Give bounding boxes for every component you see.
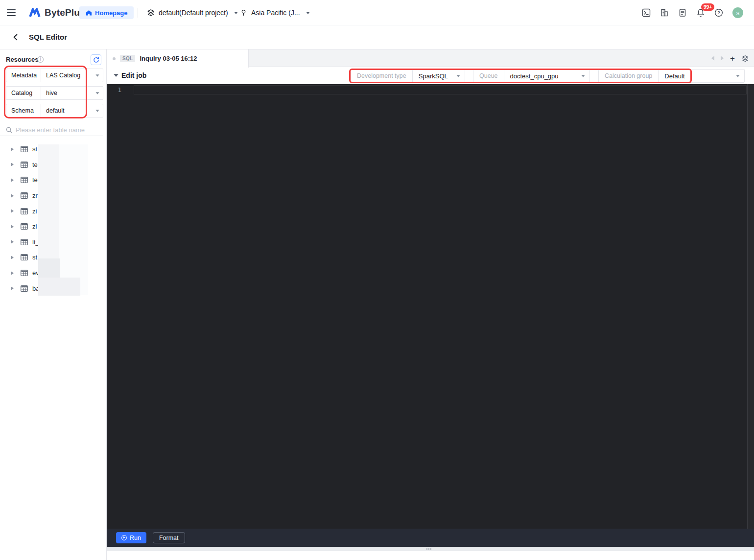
- table-icon: [21, 254, 28, 260]
- table-name: st: [32, 254, 37, 261]
- expand-arrow-icon[interactable]: [11, 178, 14, 182]
- expand-arrow-icon[interactable]: [11, 163, 14, 166]
- chevron-down-icon: [95, 74, 99, 77]
- chevron-down-icon: [306, 12, 310, 14]
- tab-controls: +: [711, 49, 749, 67]
- catalog-select-value: hive: [41, 90, 94, 96]
- queue-value: doctest_cpu_gpu: [504, 72, 579, 80]
- development-type-value: SparkSQL: [413, 72, 454, 80]
- region-selector[interactable]: Asia Pacific (J...: [240, 0, 310, 25]
- redaction-overlay: [38, 278, 80, 296]
- expand-arrow-icon[interactable]: [11, 225, 14, 229]
- svg-text:?: ?: [717, 10, 720, 15]
- expand-arrow-icon[interactable]: [11, 256, 14, 259]
- table-icon: [21, 285, 28, 292]
- run-label: Run: [130, 535, 141, 541]
- editor-minimap[interactable]: [747, 84, 754, 529]
- user-avatar[interactable]: s: [732, 7, 743, 18]
- queue-select[interactable]: Queue doctest_cpu_gpu: [473, 69, 590, 83]
- format-button[interactable]: Format: [153, 532, 185, 543]
- sql-type-badge: SQL: [120, 55, 135, 62]
- tab-scroll-right-icon[interactable]: [721, 56, 724, 61]
- document-icon[interactable]: [678, 8, 687, 17]
- tab-list-icon[interactable]: [741, 55, 749, 62]
- edit-job-toolbar: Edit job Development type SparkSQL Queue…: [107, 68, 754, 84]
- table-icon: [21, 162, 28, 168]
- expand-arrow-icon[interactable]: [11, 194, 14, 198]
- catalog-select-label: Catalog: [6, 87, 41, 99]
- current-line-highlight[interactable]: [134, 85, 747, 94]
- chevron-down-icon: [95, 92, 99, 94]
- calculation-group-label: Calculation group: [599, 70, 659, 82]
- back-arrow-icon[interactable]: [12, 33, 20, 41]
- results-panel-resizer[interactable]: [107, 547, 754, 551]
- redaction-overlay: [59, 144, 88, 295]
- project-label: default(Default project): [159, 9, 228, 17]
- editor-action-bar: Run Format: [107, 529, 754, 547]
- resources-title: Resources: [6, 56, 38, 63]
- byteplus-mark-icon: [28, 8, 41, 18]
- top-navbar: BytePlus Homepage default(Default projec…: [0, 0, 754, 25]
- calculation-group-value: Default: [659, 72, 734, 80]
- chevron-down-icon: [456, 75, 460, 77]
- table-name: zi: [32, 223, 37, 230]
- catalog-select[interactable]: Catalog hive: [6, 86, 103, 100]
- expand-arrow-icon[interactable]: [11, 147, 14, 151]
- tab-status-dot-icon: [113, 57, 116, 60]
- development-type-label: Development type: [351, 70, 413, 82]
- collapse-caret-icon[interactable]: [114, 74, 118, 77]
- info-icon[interactable]: i: [37, 56, 44, 63]
- sql-code-editor[interactable]: 1: [107, 84, 754, 529]
- table-search: [0, 124, 103, 136]
- page-title: SQL Editor: [29, 33, 67, 41]
- table-icon: [21, 208, 28, 214]
- homepage-button[interactable]: Homepage: [79, 6, 134, 19]
- layers-icon: [147, 9, 155, 17]
- edit-job-title: Edit job: [121, 71, 146, 79]
- calculation-group-select[interactable]: Calculation group Default: [598, 69, 745, 83]
- project-selector[interactable]: default(Default project): [147, 0, 238, 25]
- cli-terminal-icon[interactable]: [642, 8, 651, 17]
- help-icon[interactable]: ?: [714, 8, 723, 17]
- table-name: st: [32, 145, 37, 153]
- table-icon: [21, 192, 28, 199]
- run-button[interactable]: Run: [116, 532, 146, 543]
- table-search-input[interactable]: [16, 126, 103, 134]
- new-tab-button[interactable]: +: [730, 54, 735, 63]
- expand-arrow-icon[interactable]: [11, 240, 14, 244]
- byteplus-logo: BytePlus: [28, 7, 85, 18]
- table-icon: [21, 239, 28, 245]
- table-icon: [21, 146, 28, 152]
- tab-bar: SQL Inquiry 03-05 16:12 +: [107, 49, 754, 67]
- search-icon: [6, 127, 12, 133]
- home-icon: [86, 10, 92, 16]
- sql-editor-screen: BytePlus Homepage default(Default projec…: [0, 0, 754, 560]
- hamburger-menu-icon[interactable]: [7, 9, 16, 16]
- table-name: zi: [32, 208, 37, 215]
- schema-select-label: Schema: [6, 104, 41, 117]
- avatar-initial: s: [736, 9, 740, 17]
- schema-select[interactable]: Schema default: [6, 104, 103, 117]
- expand-arrow-icon[interactable]: [11, 271, 14, 275]
- chevron-down-icon: [95, 110, 99, 112]
- organization-building-icon[interactable]: [660, 8, 669, 17]
- metadata-select[interactable]: Metadata LAS Catalog: [6, 69, 103, 82]
- tab-title: Inquiry 03-05 16:12: [140, 55, 197, 62]
- tab-scroll-left-icon[interactable]: [711, 56, 714, 61]
- play-icon: [121, 535, 127, 540]
- queue-label: Queue: [473, 70, 504, 82]
- redaction-overlay: [38, 258, 60, 278]
- tab-inquiry[interactable]: SQL Inquiry 03-05 16:12: [107, 49, 249, 68]
- metadata-select-label: Metadata: [6, 69, 41, 82]
- schema-select-value: default: [41, 107, 94, 114]
- table-icon: [21, 223, 28, 230]
- expand-arrow-icon[interactable]: [11, 209, 14, 213]
- resources-sidebar: Resources i Metadata LAS Catalog Catalog…: [0, 49, 107, 560]
- editor-main-area: SQL Inquiry 03-05 16:12 + Edit job Devel…: [107, 49, 754, 560]
- table-icon: [21, 270, 28, 276]
- refresh-button[interactable]: [91, 54, 101, 65]
- page-header: SQL Editor: [0, 25, 754, 49]
- development-type-select[interactable]: Development type SparkSQL: [351, 69, 465, 83]
- expand-arrow-icon[interactable]: [11, 286, 14, 290]
- drag-handle-icon: [426, 548, 427, 549]
